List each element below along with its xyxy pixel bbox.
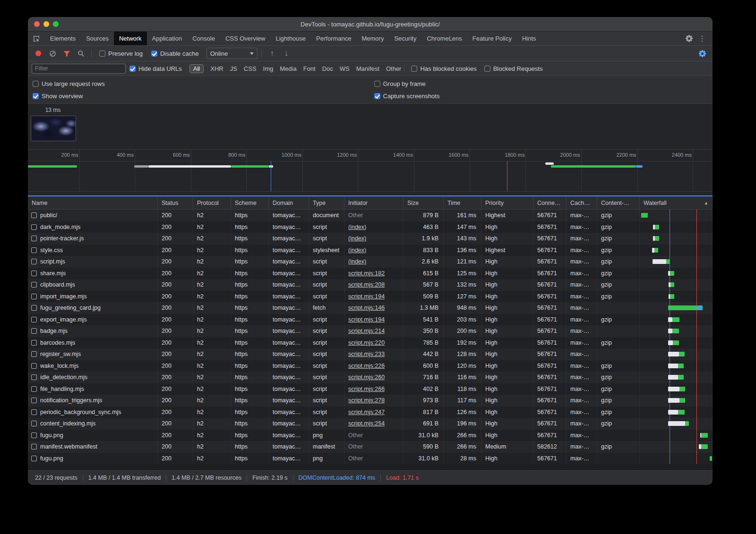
export-har-button[interactable]: ↑ xyxy=(266,47,279,59)
initiator-link[interactable]: script.mjs:220 xyxy=(344,337,404,349)
clear-button[interactable] xyxy=(46,47,59,59)
disable-cache-checkbox[interactable]: Disable cache xyxy=(147,50,203,57)
column-header-type[interactable]: Type xyxy=(309,196,344,209)
column-header-cach[interactable]: Cach… xyxy=(567,196,597,209)
type-filter-all[interactable]: All xyxy=(189,64,204,73)
type-filter-css[interactable]: CSS xyxy=(244,65,257,72)
type-filter-xhr[interactable]: XHR xyxy=(210,65,223,72)
request-row[interactable]: pointer-tracker.js200h2httpstomayac…scri… xyxy=(28,233,713,245)
tab-css-overview[interactable]: CSS Overview xyxy=(220,32,271,45)
blocked-requests-checkbox[interactable]: Blocked Requests xyxy=(481,65,547,72)
initiator-link[interactable]: script.mjs:146 xyxy=(344,302,404,314)
settings-button[interactable] xyxy=(682,32,696,45)
network-settings-button[interactable] xyxy=(696,47,709,59)
column-header-priority[interactable]: Priority xyxy=(481,196,533,209)
request-row[interactable]: fugu_greeting_card.jpg200h2httpstomayac…… xyxy=(28,302,713,314)
request-row[interactable]: register_sw.mjs200h2httpstomayac…scripts… xyxy=(28,348,713,360)
request-row[interactable]: export_image.mjs200h2httpstomayac…script… xyxy=(28,314,713,326)
column-header-conne[interactable]: Conne… xyxy=(533,196,567,209)
initiator-link[interactable]: script.mjs:278 xyxy=(344,395,404,407)
tab-chromelens[interactable]: ChromeLens xyxy=(421,32,467,45)
search-button[interactable] xyxy=(74,47,87,59)
column-header-domain[interactable]: Domain xyxy=(269,196,309,209)
capture-screenshots-checkbox[interactable]: Capture screenshots xyxy=(370,90,712,102)
import-har-button[interactable]: ↓ xyxy=(280,47,293,59)
more-options-button[interactable]: ⋮ xyxy=(696,32,709,45)
initiator-link[interactable]: script.mjs:233 xyxy=(344,348,404,360)
tab-security[interactable]: Security xyxy=(389,32,421,45)
initiator-link[interactable]: script.mjs:194 xyxy=(344,291,404,303)
tab-performance[interactable]: Performance xyxy=(311,32,356,45)
request-row[interactable]: manifest.webmanifest200h2httpstomayac…ma… xyxy=(28,441,713,453)
preserve-log-checkbox[interactable]: Preserve log xyxy=(95,50,146,57)
request-row[interactable]: clipboard.mjs200h2httpstomayac…scriptscr… xyxy=(28,279,713,291)
request-row[interactable]: fugu.png200h2httpstomayac…pngOther31.0 k… xyxy=(28,430,713,441)
inspect-element-button[interactable] xyxy=(28,32,45,45)
show-overview-checkbox[interactable]: Show overview xyxy=(29,90,370,102)
initiator-link[interactable]: script.mjs:266 xyxy=(344,383,404,395)
initiator-link[interactable]: script.mjs:194 xyxy=(344,314,404,326)
tab-feature-policy[interactable]: Feature Policy xyxy=(467,32,517,45)
request-row[interactable]: file_handling.mjs200h2httpstomayac…scrip… xyxy=(28,383,713,395)
initiator-link[interactable]: script.mjs:214 xyxy=(344,325,404,337)
initiator-link[interactable]: (index) xyxy=(344,256,404,268)
type-filter-img[interactable]: Img xyxy=(263,65,274,72)
throttling-select[interactable]: Online xyxy=(206,48,258,59)
initiator-link[interactable]: script.mjs:247 xyxy=(344,407,404,418)
column-header-protocol[interactable]: Protocol xyxy=(193,196,231,209)
group-by-frame-checkbox[interactable]: Group by frame xyxy=(370,77,712,90)
tab-console[interactable]: Console xyxy=(187,32,220,45)
initiator-link[interactable]: script.mjs:182 xyxy=(344,268,404,280)
filmstrip-frame[interactable]: 13 ms xyxy=(31,107,75,141)
initiator-link[interactable]: (index) xyxy=(344,221,404,233)
column-header-size[interactable]: Size xyxy=(404,196,444,209)
request-row[interactable]: periodic_background_sync.mjs200h2httpsto… xyxy=(28,407,713,418)
tab-lighthouse[interactable]: Lighthouse xyxy=(270,32,311,45)
type-filter-ws[interactable]: WS xyxy=(340,65,350,72)
column-header-name[interactable]: Name xyxy=(28,196,158,209)
request-row[interactable]: barcodes.mjs200h2httpstomayac…scriptscri… xyxy=(28,337,713,349)
type-filter-other[interactable]: Other xyxy=(386,65,402,72)
column-header-scheme[interactable]: Scheme xyxy=(231,196,269,209)
request-row[interactable]: fugu.png200h2httpstomayac…pngOther31.0 k… xyxy=(28,453,713,465)
type-filter-media[interactable]: Media xyxy=(280,65,296,72)
request-row[interactable]: style.css200h2httpstomayac…stylesheet(in… xyxy=(28,245,713,256)
record-button[interactable] xyxy=(32,47,45,59)
filmstrip-thumbnail[interactable] xyxy=(31,116,76,141)
use-large-request-rows-checkbox[interactable]: Use large request rows xyxy=(29,77,370,90)
tab-application[interactable]: Application xyxy=(147,32,188,45)
initiator-link[interactable]: script.mjs:208 xyxy=(344,279,404,291)
column-header-status[interactable]: Status xyxy=(158,196,193,209)
initiator-link[interactable]: script.mjs:254 xyxy=(344,418,404,430)
request-row[interactable]: share.mjs200h2httpstomayac…scriptscript.… xyxy=(28,268,713,280)
column-header-time[interactable]: Time xyxy=(444,196,481,209)
column-header-content[interactable]: Content-… xyxy=(597,196,640,209)
request-row[interactable]: badge.mjs200h2httpstomayac…scriptscript.… xyxy=(28,325,713,337)
request-row[interactable]: notification_triggers.mjs200h2httpstomay… xyxy=(28,395,713,407)
request-row[interactable]: content_indexing.mjs200h2httpstomayac…sc… xyxy=(28,418,713,430)
type-filter-manifest[interactable]: Manifest xyxy=(356,65,379,72)
initiator-link[interactable]: script.mjs:260 xyxy=(344,372,404,383)
initiator-link[interactable]: (index) xyxy=(344,233,404,245)
tab-hints[interactable]: Hints xyxy=(517,32,541,45)
type-filter-font[interactable]: Font xyxy=(303,65,316,72)
request-row[interactable]: wake_lock.mjs200h2httpstomayac…scriptscr… xyxy=(28,360,713,372)
tab-network[interactable]: Network xyxy=(114,32,147,45)
maximize-button[interactable] xyxy=(53,21,59,27)
request-row[interactable]: idle_detection.mjs200h2httpstomayac…scri… xyxy=(28,372,713,383)
request-row[interactable]: public/200h2httpstomayac…documentOther87… xyxy=(28,210,713,221)
minimize-button[interactable] xyxy=(43,21,49,27)
filter-input[interactable] xyxy=(32,64,126,74)
close-button[interactable] xyxy=(34,21,40,27)
request-row[interactable]: import_image.mjs200h2httpstomayac…script… xyxy=(28,291,713,303)
tab-memory[interactable]: Memory xyxy=(356,32,389,45)
tab-elements[interactable]: Elements xyxy=(45,32,81,45)
has-blocked-cookies-checkbox[interactable]: Has blocked cookies xyxy=(407,65,480,72)
column-header-waterfall[interactable]: Waterfall▲ xyxy=(640,196,713,209)
overview-strip[interactable]: 200 ms400 ms600 ms800 ms1000 ms1200 ms14… xyxy=(28,149,713,192)
initiator-link[interactable]: (index) xyxy=(344,245,404,256)
tab-sources[interactable]: Sources xyxy=(81,32,114,45)
column-header-initiator[interactable]: Initiator xyxy=(344,196,404,209)
type-filter-js[interactable]: JS xyxy=(230,65,237,72)
initiator-link[interactable]: script.mjs:226 xyxy=(344,360,404,372)
